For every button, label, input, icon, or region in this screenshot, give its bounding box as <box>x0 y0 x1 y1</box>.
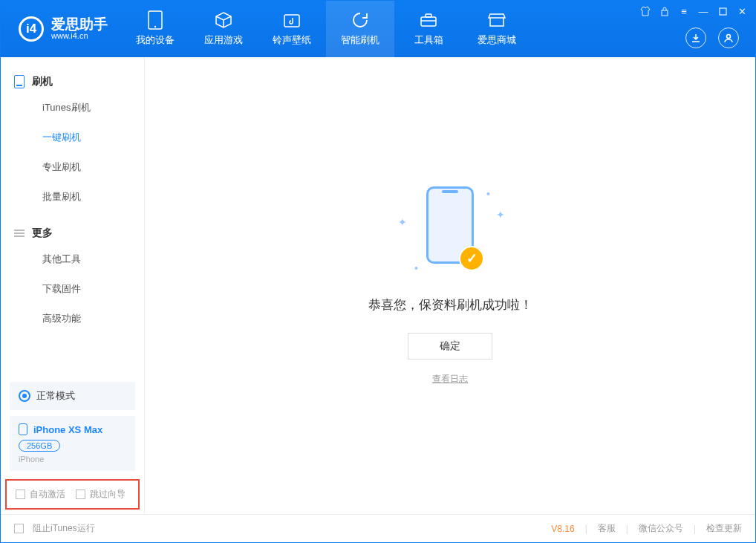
divider: | <box>694 524 696 534</box>
menu-icon[interactable]: ≡ <box>678 5 690 17</box>
toolbox-icon <box>420 11 437 29</box>
nav-tab-ringtones[interactable]: 铃声壁纸 <box>258 1 326 57</box>
svg-rect-7 <box>662 10 668 16</box>
device-type: iPhone <box>19 455 126 464</box>
checkbox-label: 阻止iTunes运行 <box>33 522 95 535</box>
device-info-box[interactable]: iPhone XS Max 256GB iPhone <box>10 416 135 471</box>
nav-tabs: 我的设备 应用游戏 铃声壁纸 智能刷机 工具箱 爱思商城 <box>121 1 531 57</box>
sparkle-icon: ✦ <box>398 216 407 228</box>
svg-point-6 <box>727 35 731 39</box>
footer-bar: 阻止iTunes运行 V8.16 | 客服 | 微信公众号 | 检查更新 <box>1 514 755 542</box>
svg-point-1 <box>154 26 156 27</box>
nav-tab-toolbox[interactable]: 工具箱 <box>394 1 463 57</box>
logo-icon: i4 <box>19 16 44 42</box>
nav-tab-label: 应用游戏 <box>204 33 243 47</box>
app-header: i4 爱思助手 www.i4.cn 我的设备 应用游戏 铃声壁纸 智能刷机 工具… <box>1 1 755 57</box>
checkbox-label: 跳过向导 <box>90 488 126 501</box>
version-label: V8.16 <box>551 524 574 534</box>
svg-rect-4 <box>426 14 431 17</box>
phone-notch-icon <box>442 190 458 193</box>
device-capacity: 256GB <box>19 440 60 452</box>
check-update-link[interactable]: 检查更新 <box>706 522 742 535</box>
user-icon[interactable] <box>718 27 739 48</box>
nav-tab-apps[interactable]: 应用游戏 <box>189 1 258 57</box>
flash-options-highlight: 自动激活 跳过向导 <box>5 479 140 510</box>
svg-rect-2 <box>284 15 299 27</box>
checkbox-icon <box>14 524 24 533</box>
sidebar-group-flash: 刷机 <box>1 71 144 93</box>
mode-icon <box>19 390 30 402</box>
device-icon <box>146 11 164 29</box>
sidebar-group-label: 更多 <box>32 227 53 240</box>
sidebar-item-oneclick-flash[interactable]: 一键刷机 <box>1 123 144 152</box>
nav-tab-label: 我的设备 <box>136 33 175 47</box>
view-log-link[interactable]: 查看日志 <box>432 373 468 386</box>
support-link[interactable]: 客服 <box>598 522 616 535</box>
block-itunes-checkbox[interactable]: 阻止iTunes运行 <box>14 522 95 535</box>
wechat-link[interactable]: 微信公众号 <box>639 522 683 535</box>
device-mode-box[interactable]: 正常模式 <box>10 382 135 410</box>
sidebar-item-itunes-flash[interactable]: iTunes刷机 <box>1 93 144 123</box>
success-illustration: ✦ ✦ • • ✓ <box>391 186 509 276</box>
main-content: ✦ ✦ • • ✓ 恭喜您，保资料刷机成功啦！ 确定 查看日志 <box>145 57 755 514</box>
sidebar-item-download-firmware[interactable]: 下载固件 <box>1 274 144 304</box>
sparkle-icon: • <box>414 262 418 274</box>
app-url: www.i4.cn <box>51 31 108 41</box>
device-mode-label: 正常模式 <box>36 389 75 403</box>
sidebar-group-label: 刷机 <box>32 75 53 88</box>
device-name: iPhone XS Max <box>33 424 102 435</box>
sidebar-item-other-tools[interactable]: 其他工具 <box>1 244 144 274</box>
app-name: 爱思助手 <box>51 17 108 31</box>
list-icon <box>14 230 25 237</box>
nav-tab-label: 爱思商城 <box>478 33 516 47</box>
ok-button[interactable]: 确定 <box>408 333 492 360</box>
sidebar: 刷机 iTunes刷机 一键刷机 专业刷机 批量刷机 更多 其他工具 下载固件 … <box>1 57 145 514</box>
minimize-icon[interactable]: — <box>697 5 709 17</box>
shirt-icon[interactable] <box>639 5 651 17</box>
auto-activate-checkbox[interactable]: 自动激活 <box>16 488 65 501</box>
checkbox-label: 自动激活 <box>30 488 65 501</box>
download-icon[interactable] <box>685 27 706 48</box>
check-badge-icon: ✓ <box>459 246 484 271</box>
skip-guide-checkbox[interactable]: 跳过向导 <box>76 488 126 501</box>
nav-tab-label: 工具箱 <box>414 33 443 47</box>
cube-icon <box>215 11 232 29</box>
divider: | <box>626 524 628 534</box>
svg-rect-3 <box>421 17 436 26</box>
nav-tab-store[interactable]: 爱思商城 <box>463 1 531 57</box>
music-folder-icon <box>283 11 301 29</box>
sparkle-icon: • <box>486 188 490 200</box>
maximize-icon[interactable] <box>717 5 729 17</box>
refresh-icon <box>351 11 369 29</box>
nav-tab-label: 智能刷机 <box>341 33 379 47</box>
divider: | <box>585 524 587 534</box>
svg-rect-8 <box>720 8 726 15</box>
checkbox-icon <box>16 490 25 499</box>
sparkle-icon: ✦ <box>496 209 505 221</box>
lock-icon[interactable] <box>659 5 671 17</box>
sidebar-item-batch-flash[interactable]: 批量刷机 <box>1 182 144 212</box>
device-outline-icon <box>19 423 27 435</box>
sidebar-group-more: 更多 <box>1 222 144 244</box>
header-actions <box>685 27 739 48</box>
nav-tab-flash[interactable]: 智能刷机 <box>326 1 394 57</box>
nav-tab-device[interactable]: 我的设备 <box>121 1 189 57</box>
sidebar-item-pro-flash[interactable]: 专业刷机 <box>1 152 144 182</box>
checkbox-icon <box>76 490 85 499</box>
phone-outline-icon <box>14 75 25 88</box>
logo-block: i4 爱思助手 www.i4.cn <box>1 1 121 57</box>
window-controls: ≡ — ✕ <box>639 5 748 17</box>
success-message: 恭喜您，保资料刷机成功啦！ <box>368 296 532 313</box>
close-icon[interactable]: ✕ <box>736 5 748 17</box>
nav-tab-label: 铃声壁纸 <box>273 33 311 47</box>
sidebar-item-advanced[interactable]: 高级功能 <box>1 304 144 334</box>
store-icon <box>488 11 506 29</box>
